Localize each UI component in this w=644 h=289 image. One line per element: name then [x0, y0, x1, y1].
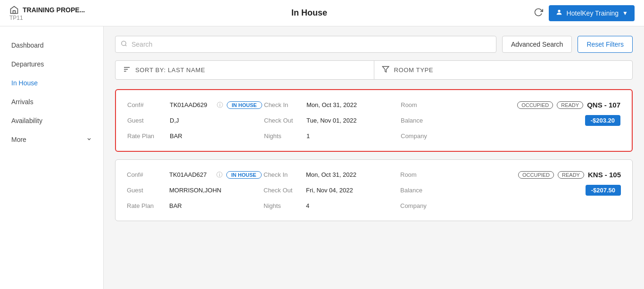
sort-filter[interactable]: SORT BY: LAST NAME	[116, 61, 374, 79]
header-logo: TRAINING PROPE...	[9, 5, 85, 15]
sidebar-item-inhouse[interactable]: In House	[0, 74, 103, 92]
rateplan-value-2: BAR	[169, 200, 264, 211]
home-icon	[9, 5, 19, 15]
guest-value-1: D,J	[170, 115, 264, 126]
search-input-wrapper	[115, 36, 496, 53]
room-type-label: ROOM TYPE	[394, 66, 434, 74]
sort-label: SORT BY: LAST NAME	[135, 66, 205, 74]
user-icon	[555, 8, 563, 18]
nights-value-2: 4	[306, 200, 400, 211]
guest-value-2: MORRISON,JOHN	[169, 185, 264, 196]
guest-label-2: Guest	[127, 185, 169, 196]
reservation-row-3: Rate Plan BAR Nights 1 Company	[127, 131, 620, 141]
checkin-value-2: Mon, Oct 31, 2022	[306, 169, 400, 180]
refresh-icon[interactable]	[534, 8, 543, 19]
nights-value-1: 1	[306, 131, 401, 141]
svg-marker-6	[382, 66, 388, 72]
balance-value-1: -$203.20	[585, 115, 620, 126]
reservation-card-1[interactable]: Conf# TK01AAD629 ⓘ IN HOUSE Check In Mon…	[115, 89, 633, 152]
user-button-label: HotelKey Training	[567, 9, 619, 17]
room-number-2: KNS - 105	[588, 171, 621, 179]
info-icon-2: ⓘ	[216, 171, 223, 179]
advanced-search-button[interactable]: Advanced Search	[502, 36, 572, 53]
reservation-row-2-1: Conf# TK01AAD627 ⓘ IN HOUSE Check In Mon…	[127, 169, 621, 180]
checkout-value-1: Tue, Nov 01, 2022	[306, 115, 401, 126]
balance-right-col-2: -$207.50	[443, 185, 621, 196]
conf-value-row-1: TK01AAD629 ⓘ IN HOUSE	[170, 99, 264, 110]
status-badge-2: IN HOUSE	[226, 171, 262, 179]
user-menu-button[interactable]: HotelKey Training ▼	[549, 5, 635, 21]
search-row: Advanced Search Reset Filters	[115, 36, 633, 53]
conf-label-1: Conf#	[127, 99, 170, 110]
nights-label-1: Nights	[264, 131, 306, 141]
sidebar-item-arrivals[interactable]: Arrivals	[0, 92, 103, 111]
reservation-row-2-3: Rate Plan BAR Nights 4 Company	[127, 200, 621, 211]
rateplan-label-2: Rate Plan	[127, 200, 169, 211]
ready-badge-2: READY	[558, 171, 584, 179]
checkin-value-1: Mon, Oct 31, 2022	[306, 99, 401, 110]
rateplan-label-1: Rate Plan	[127, 131, 170, 141]
main-content: Advanced Search Reset Filters SORT BY: L…	[104, 26, 644, 289]
header: TRAINING PROPE... TP11 In House HotelKey…	[0, 0, 644, 26]
svg-rect-0	[13, 10, 16, 13]
room-type-filter[interactable]: ROOM TYPE	[374, 61, 633, 79]
reservation-card-2[interactable]: Conf# TK01AAD627 ⓘ IN HOUSE Check In Mon…	[115, 159, 633, 221]
room-right-col-2: OCCUPIED READY KNS - 105	[443, 171, 621, 179]
chevron-more-icon	[86, 136, 92, 143]
header-center: In House	[85, 8, 533, 18]
conf-value-1: TK01AAD629	[170, 99, 213, 110]
rateplan-value-1: BAR	[170, 131, 264, 141]
sidebar-more-label: More	[11, 136, 26, 143]
balance-label-2: Balance	[400, 185, 443, 196]
occupied-badge-2: OCCUPIED	[518, 171, 554, 179]
conf-value-2: TK01AAD627	[169, 169, 213, 180]
sidebar-item-more[interactable]: More	[0, 130, 103, 149]
sidebar: Dashboard Departures In House Arrivals A…	[0, 26, 104, 289]
checkout-label-2: Check Out	[264, 185, 306, 196]
svg-point-1	[558, 9, 560, 12]
ready-badge-1: READY	[557, 101, 583, 109]
nights-label-2: Nights	[264, 200, 306, 211]
room-label-2: Room	[400, 169, 443, 180]
header-right: HotelKey Training ▼	[534, 5, 635, 21]
page-title: In House	[291, 8, 327, 18]
sidebar-item-departures[interactable]: Departures	[0, 55, 103, 74]
reservation-row-1: Conf# TK01AAD629 ⓘ IN HOUSE Check In Mon…	[127, 99, 620, 110]
guest-label-1: Guest	[127, 115, 170, 126]
filter-icon	[382, 66, 389, 74]
reservation-row-2-2: Guest MORRISON,JOHN Check Out Fri, Nov 0…	[127, 185, 621, 196]
room-right-col-1: OCCUPIED READY QNS - 107	[443, 101, 620, 109]
company-label-2: Company	[400, 200, 443, 211]
company-label-1: Company	[401, 131, 443, 141]
status-badge-1: IN HOUSE	[227, 101, 262, 109]
chevron-down-icon: ▼	[622, 10, 628, 17]
reset-filters-button[interactable]: Reset Filters	[578, 36, 633, 53]
svg-point-2	[122, 41, 126, 45]
search-input[interactable]	[115, 36, 496, 53]
reservation-row-2: Guest D,J Check Out Tue, Nov 01, 2022 Ba…	[127, 115, 620, 126]
checkin-label-1: Check In	[264, 99, 306, 110]
filter-row: SORT BY: LAST NAME ROOM TYPE	[115, 60, 633, 80]
sort-icon	[123, 66, 131, 74]
body-container: Dashboard Departures In House Arrivals A…	[0, 26, 644, 289]
sidebar-item-availability[interactable]: Availability	[0, 111, 103, 130]
header-left: TRAINING PROPE... TP11	[9, 5, 85, 21]
property-sub: TP11	[9, 15, 23, 21]
occupied-badge-1: OCCUPIED	[517, 101, 553, 109]
room-number-1: QNS - 107	[587, 101, 620, 109]
checkin-label-2: Check In	[264, 169, 306, 180]
room-label-1: Room	[401, 99, 443, 110]
conf-value-row-2: TK01AAD627 ⓘ IN HOUSE	[169, 169, 264, 180]
sidebar-item-dashboard[interactable]: Dashboard	[0, 36, 103, 55]
info-icon-1: ⓘ	[217, 101, 223, 109]
checkout-value-2: Fri, Nov 04, 2022	[306, 185, 400, 196]
balance-label-1: Balance	[401, 115, 443, 126]
checkout-label-1: Check Out	[264, 115, 306, 126]
balance-right-col-1: -$203.20	[443, 115, 620, 126]
app-container: TRAINING PROPE... TP11 In House HotelKey…	[0, 0, 644, 289]
balance-value-2: -$207.50	[586, 185, 621, 196]
property-name: TRAINING PROPE...	[23, 6, 85, 14]
conf-label-2: Conf#	[127, 169, 169, 180]
search-icon	[121, 41, 127, 49]
